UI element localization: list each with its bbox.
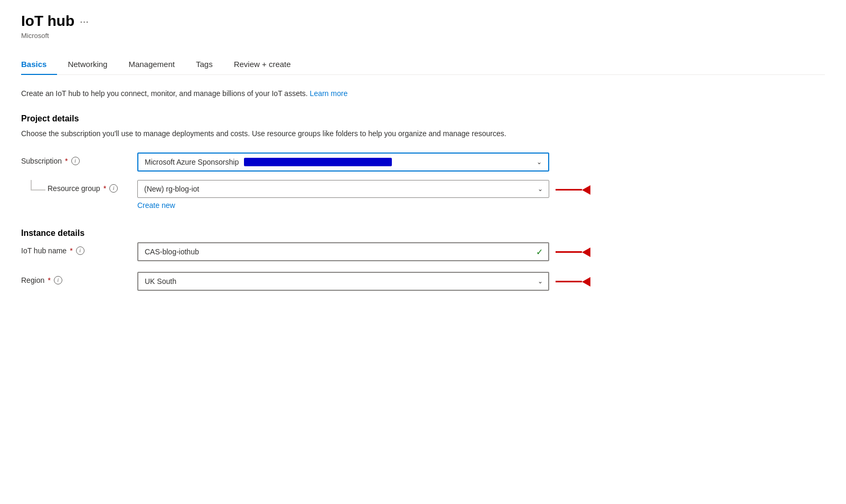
iot-hub-name-required: *: [70, 246, 72, 255]
iot-hub-name-label: IoT hub name * i: [21, 242, 137, 255]
project-details-title: Project details: [21, 114, 825, 123]
subscription-label: Subscription * i: [21, 153, 137, 165]
subscription-text: Microsoft Azure Sponsorship: [145, 158, 239, 166]
resource-group-label: Resource group * i: [48, 184, 118, 193]
region-row: Region * i UK South ⌄: [21, 272, 825, 291]
description-text: Create an IoT hub to help you connect, m…: [21, 88, 825, 99]
page-container: IoT hub ··· Microsoft Basics Networking …: [0, 0, 846, 322]
subscription-info-icon[interactable]: i: [71, 157, 80, 165]
connector-shape: [31, 180, 45, 191]
learn-more-link[interactable]: Learn more: [310, 89, 348, 98]
resource-group-dropdown[interactable]: (New) rg-blog-iot: [137, 180, 549, 198]
subscription-row: Subscription * i Microsoft Azure Sponsor…: [21, 153, 825, 172]
subscription-redacted-bar: [244, 158, 392, 166]
arrow-tip-3: [582, 277, 590, 287]
more-icon[interactable]: ···: [80, 15, 89, 27]
resource-group-connector-col: Resource group * i: [21, 180, 137, 193]
subscription-dropdown[interactable]: Microsoft Azure Sponsorship ⌄: [137, 153, 549, 172]
arrow-tip-2: [582, 248, 590, 257]
resource-group-info-icon[interactable]: i: [109, 184, 118, 193]
project-details-desc: Choose the subscription you'll use to ma…: [21, 128, 825, 139]
arrow-tip: [582, 185, 590, 195]
region-control: UK South ⌄: [137, 272, 549, 291]
iot-hub-name-control: ✓: [137, 242, 549, 261]
subscription-chevron-icon: ⌄: [537, 158, 542, 166]
iot-hub-name-label-text: IoT hub name: [21, 246, 67, 255]
tab-management[interactable]: Management: [118, 54, 185, 75]
resource-group-label-text: Resource group: [48, 184, 100, 193]
subscription-label-text: Subscription: [21, 157, 62, 165]
instance-details-title: Instance details: [21, 229, 825, 238]
arrow-line-2: [556, 251, 582, 253]
resource-group-select-wrapper: (New) rg-blog-iot ⌄: [137, 180, 549, 198]
region-info-icon[interactable]: i: [54, 276, 62, 284]
tab-networking[interactable]: Networking: [57, 54, 118, 75]
iot-hub-name-info-icon[interactable]: i: [76, 246, 84, 255]
arrow-line-3: [556, 281, 582, 282]
description-body: Create an IoT hub to help you connect, m…: [21, 89, 308, 98]
region-label-text: Region: [21, 276, 44, 284]
page-header: IoT hub ···: [21, 13, 825, 30]
tabs-container: Basics Networking Management Tags Review…: [21, 54, 825, 75]
resource-group-control: (New) rg-blog-iot ⌄ Create new: [137, 180, 549, 210]
region-arrow: [556, 277, 590, 287]
tab-basics[interactable]: Basics: [21, 54, 57, 75]
create-new-link[interactable]: Create new: [137, 201, 175, 210]
arrow-line: [556, 189, 582, 191]
iot-hub-name-arrow: [556, 248, 590, 257]
region-dropdown[interactable]: UK South: [137, 272, 549, 291]
subscription-control: Microsoft Azure Sponsorship ⌄: [137, 153, 549, 172]
iot-hub-name-row: IoT hub name * i ✓: [21, 242, 825, 261]
tab-tags[interactable]: Tags: [185, 54, 223, 75]
project-details-section: Project details Choose the subscription …: [21, 114, 825, 209]
resource-group-arrow: [556, 185, 590, 195]
region-label: Region * i: [21, 272, 137, 284]
page-subtitle: Microsoft: [21, 32, 825, 40]
iot-hub-name-input[interactable]: [137, 242, 549, 261]
region-required: *: [48, 276, 50, 284]
instance-details-section: Instance details IoT hub name * i ✓ Regi: [21, 229, 825, 291]
resource-group-required: *: [104, 184, 106, 193]
tab-review-create[interactable]: Review + create: [223, 54, 302, 75]
page-title: IoT hub: [21, 13, 74, 30]
subscription-required: *: [65, 157, 68, 165]
resource-group-section: Resource group * i (New) rg-blog-iot ⌄ C…: [21, 180, 825, 210]
